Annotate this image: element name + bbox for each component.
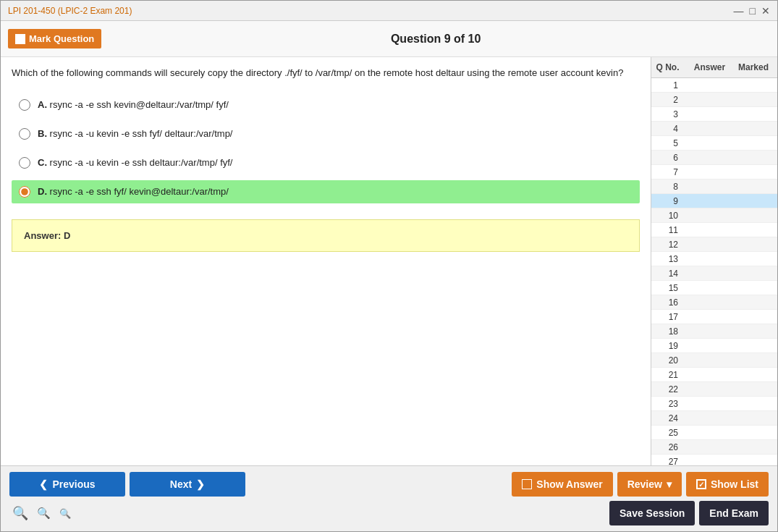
mark-checkbox-icon: [15, 34, 25, 44]
sidebar-row[interactable]: 25: [651, 426, 777, 440]
sidebar-cell-qno: 22: [651, 384, 684, 394]
sidebar-cell-qno: 16: [651, 297, 684, 308]
sidebar-cell-qno: 12: [651, 240, 684, 250]
option-b-text: B. rsync -a -u kevin -e ssh fyf/ deltaur…: [38, 128, 232, 139]
sidebar-row[interactable]: 26: [651, 440, 777, 455]
option-c-text: C. rsync -a -u kevin -e ssh deltaur:/var…: [38, 157, 232, 168]
mark-question-label: Mark Question: [29, 33, 94, 44]
option-a[interactable]: A. rsync -a -e ssh kevin@deltaur:/var/tm…: [12, 93, 640, 117]
sidebar-row[interactable]: 10: [651, 208, 777, 223]
sidebar-cell-qno: 9: [651, 196, 684, 206]
sidebar-row[interactable]: 18: [651, 324, 777, 339]
main-content: Which of the following commands will sec…: [1, 57, 777, 465]
sidebar-cell-qno: 3: [651, 109, 684, 119]
options-list: A. rsync -a -e ssh kevin@deltaur:/var/tm…: [12, 93, 640, 203]
sidebar-row[interactable]: 16: [651, 295, 777, 310]
sidebar-cell-qno: 23: [651, 399, 684, 409]
show-answer-label: Show Answer: [536, 478, 602, 490]
sidebar-row[interactable]: 21: [651, 368, 777, 382]
sidebar-cell-qno: 25: [651, 428, 684, 438]
question-area: Which of the following commands will sec…: [1, 57, 651, 465]
option-d-radio[interactable]: [19, 186, 30, 198]
sidebar-cell-qno: 26: [651, 442, 684, 452]
sidebar-row[interactable]: 17: [651, 310, 777, 324]
sidebar-row[interactable]: 12: [651, 237, 777, 252]
sidebar-row[interactable]: 9: [651, 194, 777, 208]
previous-label: Previous: [52, 478, 95, 490]
sidebar-cell-qno: 8: [651, 182, 684, 192]
sidebar-row[interactable]: 3: [651, 107, 777, 122]
next-label: Next: [170, 478, 192, 490]
review-label: Review: [627, 478, 662, 490]
sidebar-row[interactable]: 14: [651, 266, 777, 281]
option-a-text: A. rsync -a -e ssh kevin@deltaur:/var/tm…: [38, 99, 229, 110]
option-a-radio[interactable]: [19, 99, 30, 111]
next-button[interactable]: Next ❯: [130, 472, 245, 497]
sidebar-row[interactable]: 4: [651, 122, 777, 136]
sidebar: Q No. Answer Marked 1 2 3 4 5: [651, 57, 777, 465]
sidebar-cell-qno: 4: [651, 124, 684, 134]
sidebar-list: 1 2 3 4 5 6 7 8: [651, 78, 777, 465]
show-list-label: Show List: [711, 478, 758, 490]
option-b-radio[interactable]: [19, 128, 30, 140]
title-bar: LPI 201-450 (LPIC-2 Exam 201) — □ ✕: [1, 1, 777, 21]
show-list-button[interactable]: ✓ Show List: [686, 472, 769, 497]
sidebar-header: Q No. Answer Marked: [651, 57, 777, 78]
sidebar-header-answer: Answer: [684, 61, 735, 74]
sidebar-row[interactable]: 11: [651, 223, 777, 237]
option-c[interactable]: C. rsync -a -u kevin -e ssh deltaur:/var…: [12, 151, 640, 174]
sidebar-row[interactable]: 24: [651, 411, 777, 426]
sidebar-row[interactable]: 2: [651, 93, 777, 107]
close-icon[interactable]: ✕: [761, 5, 770, 17]
next-chevron-icon: ❯: [196, 478, 205, 490]
option-d[interactable]: D. rsync -a -e ssh fyf/ kevin@deltaur:/v…: [12, 180, 640, 203]
save-session-label: Save Session: [620, 507, 685, 519]
show-answer-button[interactable]: Show Answer: [512, 472, 612, 497]
sidebar-row[interactable]: 7: [651, 165, 777, 180]
zoom-in-button[interactable]: 🔍: [9, 504, 31, 523]
previous-chevron-icon: ❮: [39, 478, 48, 490]
option-c-radio[interactable]: [19, 157, 30, 169]
zoom-controls: 🔍 🔍 🔍: [9, 504, 74, 523]
show-list-checkbox-icon: ✓: [696, 479, 706, 489]
zoom-reset-button[interactable]: 🔍: [34, 505, 54, 521]
sidebar-cell-qno: 13: [651, 254, 684, 264]
bottom-bar: ❮ Previous Next ❯ Show Answer Review ▾ ✓…: [1, 465, 777, 531]
review-button[interactable]: Review ▾: [617, 472, 682, 497]
sidebar-row[interactable]: 23: [651, 397, 777, 411]
minimize-icon[interactable]: —: [734, 5, 744, 17]
option-d-text: D. rsync -a -e ssh fyf/ kevin@deltaur:/v…: [38, 186, 229, 197]
option-b[interactable]: B. rsync -a -u kevin -e ssh fyf/ deltaur…: [12, 122, 640, 145]
bottom-buttons-row1: ❮ Previous Next ❯ Show Answer Review ▾ ✓…: [9, 472, 769, 497]
sidebar-cell-qno: 27: [651, 457, 684, 466]
question-text: Which of the following commands will sec…: [12, 66, 640, 80]
sidebar-row[interactable]: 8: [651, 180, 777, 194]
sidebar-cell-qno: 21: [651, 370, 684, 380]
sidebar-cell-qno: 17: [651, 312, 684, 322]
zoom-out-button[interactable]: 🔍: [56, 507, 74, 520]
sidebar-row[interactable]: 22: [651, 382, 777, 397]
maximize-icon[interactable]: □: [750, 5, 756, 17]
question-header: Question 9 of 10: [101, 33, 770, 46]
app-window: LPI 201-450 (LPIC-2 Exam 201) — □ ✕ Mark…: [0, 0, 778, 532]
sidebar-row[interactable]: 15: [651, 281, 777, 295]
previous-button[interactable]: ❮ Previous: [9, 472, 125, 497]
sidebar-row[interactable]: 27: [651, 455, 777, 465]
window-controls: — □ ✕: [734, 5, 770, 17]
sidebar-row[interactable]: 19: [651, 339, 777, 353]
sidebar-row[interactable]: 13: [651, 252, 777, 266]
sidebar-row[interactable]: 5: [651, 136, 777, 151]
end-exam-label: End Exam: [709, 507, 758, 519]
sidebar-row[interactable]: 20: [651, 353, 777, 368]
sidebar-cell-qno: 11: [651, 225, 684, 235]
sidebar-cell-qno: 1: [651, 80, 684, 90]
sidebar-cell-qno: 18: [651, 326, 684, 337]
sidebar-cell-qno: 2: [651, 95, 684, 105]
save-session-button[interactable]: Save Session: [609, 501, 695, 525]
sidebar-row[interactable]: 1: [651, 78, 777, 93]
sidebar-cell-qno: 20: [651, 355, 684, 366]
mark-question-button[interactable]: Mark Question: [8, 29, 101, 48]
end-exam-button[interactable]: End Exam: [699, 501, 769, 525]
sidebar-cell-qno: 15: [651, 283, 684, 293]
sidebar-row[interactable]: 6: [651, 151, 777, 165]
